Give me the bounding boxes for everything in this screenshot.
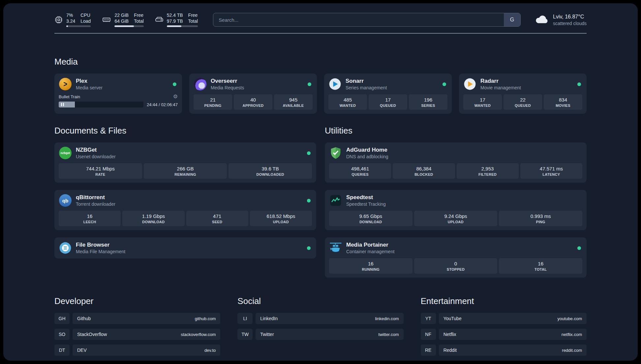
- topbar-divider: [54, 33, 587, 34]
- service-subtitle: Media File Management: [76, 249, 125, 254]
- bookmark-dev[interactable]: DT DEV dev.to: [54, 345, 220, 356]
- stat-latency: 47.571 ms LATENCY: [520, 163, 582, 179]
- status-dot: [577, 82, 581, 86]
- bookmark-name: StackOverflow: [77, 332, 107, 337]
- service-card-portainer[interactable]: Media Portainer Container management 16 …: [325, 237, 587, 278]
- bookmark-abbr: NF: [421, 329, 436, 340]
- stat-wanted: 17 WANTED: [463, 94, 502, 110]
- service-name: NZBGet: [76, 147, 116, 153]
- portainer-icon: [329, 241, 342, 255]
- service-subtitle: Speedtest Tracking: [346, 201, 386, 207]
- stat-upload: 618.52 Mbps UPLOAD: [250, 211, 312, 226]
- status-dot: [308, 82, 311, 86]
- bookmark-github[interactable]: GH Github github.com: [54, 313, 220, 324]
- status-dot: [307, 151, 311, 155]
- bookmark-domain: reddit.com: [562, 348, 582, 353]
- stat-approved: 40 APPROVED: [234, 94, 272, 110]
- bookmarks-entertainment: Entertainment YT YouTube youtube.com NF …: [421, 296, 587, 356]
- service-name: AdGuard Home: [346, 147, 388, 153]
- status-dot: [307, 246, 311, 250]
- service-name: Sonarr: [346, 78, 387, 84]
- ram-progress-bar: [114, 25, 143, 27]
- nzbget-icon: nzbget: [59, 146, 72, 160]
- stat-movies: 834 MOVIES: [544, 94, 582, 110]
- disk-widget: 52.4 TB 97.9 TB Free Total: [155, 13, 198, 27]
- bookmark-linkedin[interactable]: LI LinkedIn linkedin.com: [237, 313, 403, 324]
- bookmark-stackoverflow[interactable]: SO StackOverflow stackoverflow.com: [54, 329, 220, 340]
- weather-widget: Lviv, 16.87°C scattered clouds: [534, 14, 587, 26]
- search-bar[interactable]: G: [213, 13, 521, 27]
- stat-upload: 9.24 Gbps UPLOAD: [414, 211, 498, 226]
- bookmark-name: Reddit: [443, 348, 457, 353]
- qbittorrent-icon: qb: [59, 194, 72, 207]
- bookmark-name: YouTube: [443, 316, 462, 321]
- bookmark-twitter[interactable]: TW Twitter twitter.com: [237, 329, 403, 340]
- pause-icon[interactable]: [61, 103, 64, 106]
- stat-wanted: 485 WANTED: [328, 94, 367, 110]
- service-card-qbittorrent[interactable]: qb qBittorrent Torrent downloader 16 LEE…: [54, 190, 316, 230]
- bookmark-name: DEV: [77, 348, 87, 353]
- bookmark-domain: twitter.com: [379, 332, 399, 337]
- search-input[interactable]: [213, 13, 504, 26]
- cpu-label: CPU: [80, 13, 91, 18]
- stat-blocked: 86,384 BLOCKED: [393, 163, 455, 179]
- service-name: Media Portainer: [346, 242, 394, 248]
- resource-widgets: 7% 3.24 CPU Load: [54, 13, 198, 27]
- stat-queries: 498,461 QUERIES: [329, 163, 391, 179]
- bookmark-domain: dev.to: [204, 348, 216, 353]
- ram-free: 22 GiB: [114, 13, 129, 18]
- stat-remaining: 266 GB REMAINING: [144, 163, 227, 179]
- status-dot: [173, 82, 176, 86]
- stat-queued: 17 QUEUED: [369, 94, 407, 110]
- stat-queued: 22 QUEUED: [504, 94, 542, 110]
- service-subtitle: Movie management: [480, 85, 521, 90]
- section-documents: Documents & Files nzbget NZBGet Usenet d…: [54, 126, 316, 278]
- dashboard: 7% 3.24 CPU Load: [3, 3, 638, 361]
- service-name: File Browser: [76, 242, 125, 248]
- service-subtitle: Series management: [346, 85, 387, 90]
- bookmark-netflix[interactable]: NF Netflix netflix.com: [421, 329, 587, 340]
- bookmarks-developer: Developer GH Github github.com SO StackO…: [54, 296, 220, 356]
- cpu-chip-icon: [54, 15, 63, 24]
- service-subtitle: Container management: [346, 249, 394, 254]
- stat-rate: 744.21 Mbps RATE: [59, 163, 142, 179]
- cpu-progress-bar: [66, 25, 91, 27]
- service-subtitle: Torrent downloader: [76, 201, 115, 207]
- service-card-speedtest[interactable]: Speedtest Speedtest Tracking 9.65 Gbps D…: [325, 190, 587, 230]
- service-card-nzbget[interactable]: nzbget NZBGet Usenet downloader 744.21 M…: [54, 142, 316, 183]
- sonarr-icon: [328, 77, 342, 91]
- service-card-sonarr[interactable]: Sonarr Series management 485 WANTED 17 Q…: [324, 74, 452, 114]
- weather-location: Lviv, 16.87°C: [553, 14, 587, 20]
- service-name: Radarr: [480, 78, 521, 84]
- disk-total: 97.9 TB: [167, 18, 183, 24]
- bookmark-name: Github: [77, 316, 91, 321]
- service-card-adguard[interactable]: AdGuard Home DNS and adblocking 498,461 …: [325, 142, 587, 183]
- bookmark-abbr: SO: [54, 329, 70, 340]
- section-title-entertainment: Entertainment: [421, 296, 587, 306]
- bookmarks-social: Social LI LinkedIn linkedin.com TW Twitt…: [237, 296, 403, 356]
- bookmark-domain: youtube.com: [558, 316, 582, 321]
- service-card-plex[interactable]: > Plex Media server Bullet Train ⚙: [54, 74, 182, 114]
- service-card-radarr[interactable]: Radarr Movie management 17 WANTED 22 QUE…: [459, 74, 587, 114]
- memory-icon: [102, 15, 111, 24]
- stat-running: 16 RUNNING: [329, 258, 412, 274]
- service-subtitle: Media Requests: [211, 85, 244, 90]
- bookmark-abbr: LI: [237, 313, 253, 324]
- bookmark-youtube[interactable]: YT YouTube youtube.com: [421, 313, 587, 324]
- bookmark-domain: linkedin.com: [375, 316, 399, 321]
- stat-total: 16 TOTAL: [499, 258, 582, 274]
- search-provider-button[interactable]: G: [504, 13, 520, 26]
- service-card-filebrowser[interactable]: File Browser Media File Management: [54, 237, 316, 258]
- stat-download: 9.65 Gbps DOWNLOAD: [329, 211, 412, 226]
- status-dot: [443, 82, 446, 86]
- cpu-load-avg: 3.24: [66, 18, 75, 24]
- section-title-utilities: Utilities: [325, 126, 587, 136]
- gear-icon[interactable]: ⚙: [173, 94, 178, 99]
- service-card-overseerr[interactable]: Overseerr Media Requests 21 PENDING 40 A…: [189, 74, 317, 114]
- bookmark-abbr: RE: [421, 345, 436, 356]
- cpu-percent: 7%: [66, 13, 75, 18]
- bookmark-reddit[interactable]: RE Reddit reddit.com: [421, 345, 587, 356]
- playback-progress-bar[interactable]: [59, 102, 143, 107]
- stat-filtered: 2,953 FILTERED: [457, 163, 519, 179]
- bookmark-name: Netflix: [443, 332, 456, 337]
